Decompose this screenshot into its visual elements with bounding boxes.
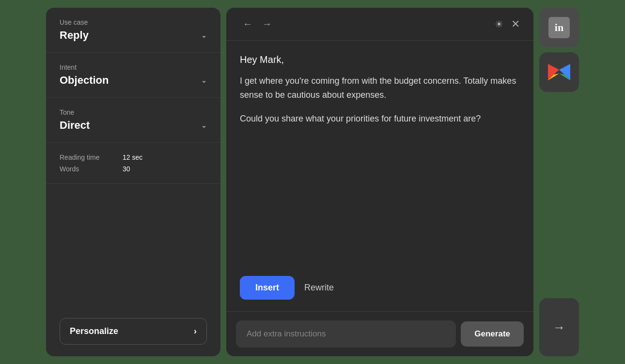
main-panel: ← → ☀ ✕ Hey Mark, I get where you're com… xyxy=(226,8,533,356)
personalize-arrow-icon: › xyxy=(194,326,197,336)
message-paragraph-1: I get where you're coming from with the … xyxy=(240,74,520,102)
words-row: Words 30 xyxy=(60,165,207,173)
reading-time-label: Reading time xyxy=(60,153,123,161)
linkedin-app-icon[interactable]: in xyxy=(539,8,579,47)
extra-instructions-input[interactable] xyxy=(236,320,456,348)
back-button[interactable]: ← xyxy=(240,16,255,31)
tone-dropdown[interactable]: Direct ⌄ xyxy=(60,119,207,132)
tone-section[interactable]: Tone Direct ⌄ xyxy=(46,98,220,143)
reading-time-value: 12 sec xyxy=(123,153,142,161)
forward-button[interactable]: → xyxy=(259,16,275,31)
message-body: Hey Mark, I get where you're coming from… xyxy=(226,41,533,276)
right-sidebar: in → xyxy=(539,8,579,356)
forward-arrow-icon: → xyxy=(553,320,565,335)
words-value: 30 xyxy=(123,165,130,173)
use-case-chevron-icon: ⌄ xyxy=(201,31,207,39)
close-icon[interactable]: ✕ xyxy=(511,18,520,30)
header-actions: ☀ ✕ xyxy=(495,18,520,30)
reading-time-row: Reading time 12 sec xyxy=(60,153,207,161)
stats-section: Reading time 12 sec Words 30 xyxy=(46,143,220,184)
personalize-button[interactable]: Personalize › xyxy=(60,318,207,345)
use-case-label: Use case xyxy=(60,18,207,26)
brightness-icon[interactable]: ☀ xyxy=(495,18,503,30)
arrow-app-icon[interactable]: → xyxy=(539,298,579,356)
gmail-logo xyxy=(548,64,570,80)
intent-dropdown[interactable]: Objection ⌄ xyxy=(60,74,207,87)
intent-value: Objection xyxy=(60,74,109,87)
generate-button[interactable]: Generate xyxy=(461,321,524,347)
message-greeting: Hey Mark, xyxy=(240,54,520,65)
tone-label: Tone xyxy=(60,108,207,116)
insert-button[interactable]: Insert xyxy=(240,276,295,300)
bottom-bar: Generate xyxy=(226,312,533,356)
use-case-dropdown[interactable]: Reply ⌄ xyxy=(60,29,207,42)
intent-section[interactable]: Intent Objection ⌄ xyxy=(46,53,220,98)
tone-chevron-icon: ⌄ xyxy=(201,121,207,129)
action-buttons: Insert Rewrite xyxy=(226,276,533,311)
linkedin-logo: in xyxy=(548,17,570,38)
gmail-app-icon[interactable] xyxy=(539,52,579,92)
tone-value: Direct xyxy=(60,119,90,132)
left-sidebar: Use case Reply ⌄ Intent Objection ⌄ Tone… xyxy=(46,8,220,356)
rewrite-button[interactable]: Rewrite xyxy=(304,283,334,293)
navigation-arrows: ← → xyxy=(240,16,275,31)
content-header: ← → ☀ ✕ xyxy=(226,8,533,41)
svg-text:in: in xyxy=(555,21,563,33)
message-paragraph-2: Could you share what your priorities for… xyxy=(240,112,520,126)
intent-label: Intent xyxy=(60,63,207,71)
use-case-section[interactable]: Use case Reply ⌄ xyxy=(46,8,220,53)
use-case-value: Reply xyxy=(60,29,89,42)
sidebar-bottom: Personalize › xyxy=(46,306,220,356)
intent-chevron-icon: ⌄ xyxy=(201,76,207,84)
words-label: Words xyxy=(60,165,123,173)
